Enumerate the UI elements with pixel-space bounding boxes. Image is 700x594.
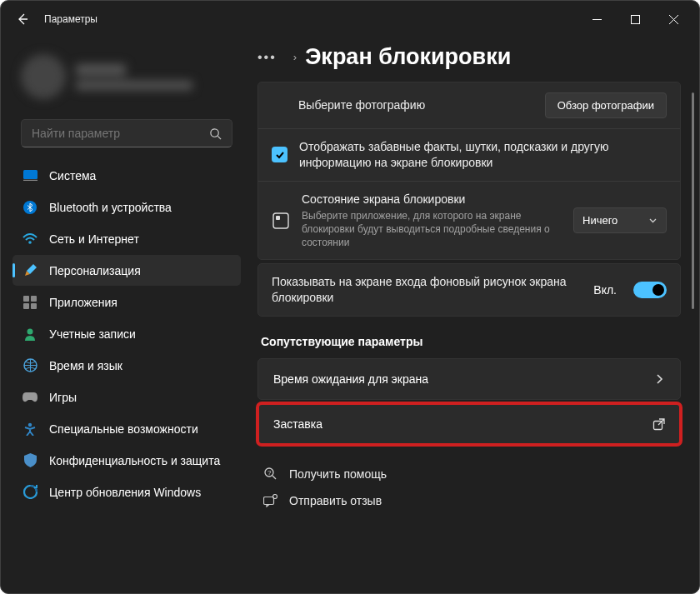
windows-update-icon [22,485,38,500]
settings-window: Параметры [0,0,700,594]
screensaver-label: Заставка [273,417,322,431]
apps-icon [22,295,38,310]
funfacts-label: Отображать забавные факты, шутки, подска… [299,139,667,171]
svg-point-10 [28,328,33,334]
svg-text:?: ? [268,469,272,477]
minimize-button[interactable] [578,6,616,32]
get-help-label: Получить помощь [289,467,387,481]
accounts-icon [22,327,38,342]
sidebar-item-label: Система [49,169,96,182]
chevron-down-icon [648,216,658,225]
sidebar-item-bluetooth[interactable]: Bluetooth и устройства [12,192,241,222]
signin-bg-row: Показывать на экране входа фоновый рисун… [258,264,680,316]
svg-rect-15 [276,216,280,220]
svg-rect-2 [23,170,38,179]
gaming-icon [22,390,38,405]
accessibility-icon [22,422,38,437]
svg-point-1 [211,128,218,136]
sidebar-item-gaming[interactable]: Игры [12,382,241,412]
sidebar-item-label: Центр обновления Windows [49,486,201,499]
sidebar-item-time-language[interactable]: Время и язык [12,350,241,381]
sidebar-item-label: Игры [49,391,77,404]
privacy-icon [22,453,38,468]
feedback-icon [262,494,279,507]
sidebar-item-windows-update[interactable]: Центр обновления Windows [12,477,241,507]
scrollbar-thumb[interactable] [692,92,694,309]
status-row: Состояние экрана блокировки Выберите при… [258,182,680,259]
sidebar-item-label: Сеть и Интернет [49,232,139,246]
signin-bg-card: Показывать на экране входа фоновый рисун… [258,263,681,317]
breadcrumb: ••• › Экран блокировки [258,44,681,70]
choose-photo-label: Выберите фотографию [272,97,537,113]
check-icon [275,150,285,160]
search-input[interactable] [32,127,209,140]
status-icon [272,212,290,230]
svg-rect-14 [273,213,288,228]
search-box[interactable] [21,119,232,147]
funfacts-row: Отображать забавные факты, шутки, подска… [258,129,680,182]
svg-point-12 [28,422,32,426]
funfacts-checkbox[interactable] [272,147,288,162]
sidebar-item-label: Приложения [49,296,118,309]
sidebar-item-apps[interactable]: Приложения [12,287,241,317]
back-button[interactable] [8,4,38,34]
system-icon [22,168,38,183]
status-sub: Выберите приложение, для которого на экр… [302,209,565,250]
sidebar-item-privacy[interactable]: Конфиденциальность и защита [12,445,241,476]
get-help-link[interactable]: ? Получить помощь [258,460,681,487]
sidebar-item-accounts[interactable]: Учетные записи [12,318,241,349]
minimize-icon [592,15,602,24]
breadcrumb-ellipsis[interactable]: ••• [258,50,277,65]
sidebar-item-label: Время и язык [49,359,122,372]
main: ••• › Экран блокировки Выберите фотограф… [252,37,699,593]
open-external-icon [652,418,665,431]
titlebar: Параметры [1,1,699,37]
sidebar-item-network[interactable]: Сеть и Интернет [12,223,241,254]
sidebar-item-accessibility[interactable]: Специальные возможности [12,413,241,444]
svg-rect-8 [23,303,29,309]
footer-links: ? Получить помощь Отправить отзыв [258,460,681,514]
chevron-right-icon: › [293,51,297,63]
svg-rect-19 [264,497,274,505]
close-icon [669,15,678,24]
screensaver-link[interactable]: Заставка [258,403,681,445]
sidebar-item-label: Учетные записи [49,327,136,341]
signin-bg-toggle[interactable] [633,282,667,298]
give-feedback-label: Отправить отзыв [289,494,382,507]
sidebar-item-label: Bluetooth и устройства [49,201,172,214]
wifi-icon [22,232,38,247]
screen-timeout-label: Время ожидания для экрана [273,372,428,386]
svg-rect-3 [23,180,38,181]
chevron-right-icon [653,373,665,385]
nav: Система Bluetooth и устройства Сеть и Ин… [6,159,248,508]
window-controls [578,6,692,32]
browse-photo-button[interactable]: Обзор фотографии [545,92,667,118]
sidebar-item-system[interactable]: Система [12,160,241,191]
choose-photo-row: Выберите фотографию Обзор фотографии [258,82,680,129]
sidebar-item-personalization[interactable]: Персонализация [12,255,241,286]
help-icon: ? [262,467,279,481]
status-select[interactable]: Ничего [573,207,667,233]
close-button[interactable] [654,6,692,32]
window-title: Параметры [44,13,98,25]
avatar [21,54,66,99]
status-title: Состояние экрана блокировки [302,192,565,207]
scrollbar[interactable] [691,91,694,577]
svg-rect-6 [23,296,29,302]
svg-rect-7 [31,296,37,302]
toggle-state-label: Вкл. [593,283,617,297]
maximize-button[interactable] [616,6,654,32]
user-block[interactable] [6,44,248,114]
content: Система Bluetooth и устройства Сеть и Ин… [1,37,699,593]
search-icon [209,127,222,140]
sidebar-item-label: Персонализация [49,264,141,277]
related-section-title: Сопутствующие параметры [261,335,681,348]
page-title: Экран блокировки [305,44,511,70]
bluetooth-icon [22,200,38,215]
svg-point-20 [273,495,278,499]
sidebar-item-label: Конфиденциальность и защита [49,454,220,467]
screen-timeout-link[interactable]: Время ожидания для экрана [258,358,681,400]
sidebar: Система Bluetooth и устройства Сеть и Ин… [1,37,252,593]
arrow-left-icon [16,12,29,26]
give-feedback-link[interactable]: Отправить отзыв [258,487,681,514]
